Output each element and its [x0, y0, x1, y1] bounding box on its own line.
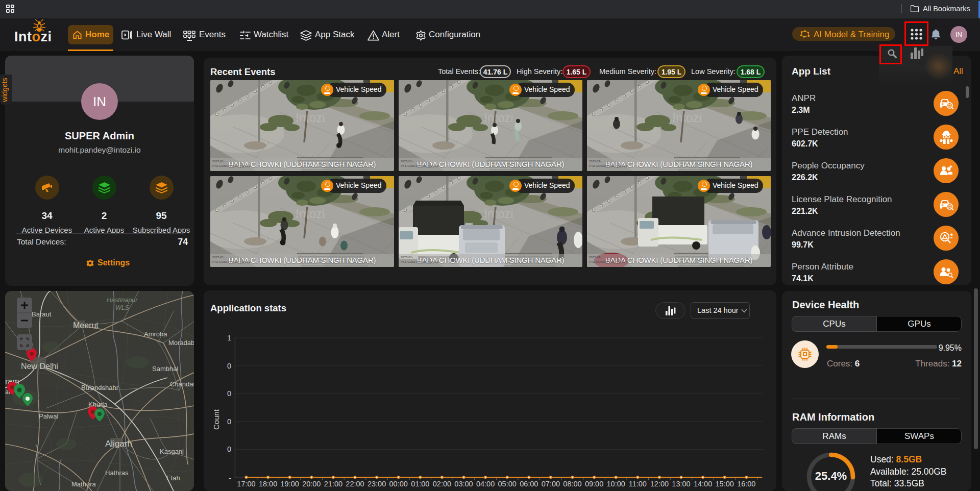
svg-text:Hathras: Hathras [105, 469, 129, 477]
svg-text:Bulandshahr: Bulandshahr [81, 384, 119, 391]
svg-text:03:00: 03:00 [454, 480, 473, 488]
svg-text:0: 0 [227, 389, 231, 398]
svg-text:Amroha: Amroha [144, 330, 167, 338]
svg-text:Meerut: Meerut [73, 321, 99, 330]
svg-text:Hastinapur: Hastinapur [107, 297, 138, 304]
svg-text:20:00: 20:00 [302, 480, 321, 488]
svg-text:Mathura: Mathura [71, 480, 96, 488]
svg-text:Palwal: Palwal [39, 412, 58, 420]
svg-text:25.4%: 25.4% [815, 470, 847, 482]
svg-text:14:00: 14:00 [694, 480, 712, 488]
svg-text:10:00: 10:00 [607, 480, 625, 488]
svg-text:New Delhi: New Delhi [21, 362, 58, 371]
svg-text:22:00: 22:00 [346, 480, 364, 488]
svg-text:Count: Count [212, 409, 220, 430]
svg-text:21:00: 21:00 [324, 480, 342, 488]
svg-text:Baraut: Baraut [32, 310, 52, 318]
svg-text:WLS: WLS [115, 304, 130, 311]
svg-text:19:00: 19:00 [281, 480, 299, 488]
svg-text:08:00: 08:00 [563, 480, 581, 488]
svg-text:0: 0 [227, 362, 231, 370]
svg-text:06:00: 06:00 [520, 480, 538, 488]
svg-text:11:00: 11:00 [629, 480, 647, 488]
svg-text:17:00: 17:00 [237, 480, 255, 488]
svg-text:Etah: Etah [166, 474, 180, 482]
svg-text:00:00: 00:00 [389, 480, 408, 488]
svg-text:07:00: 07:00 [542, 480, 560, 488]
svg-text:12:00: 12:00 [650, 480, 669, 488]
svg-text:13:00: 13:00 [672, 480, 690, 488]
svg-text:0: 0 [227, 418, 231, 426]
svg-text:05:00: 05:00 [498, 480, 517, 488]
svg-text:Sambhal: Sambhal [152, 365, 178, 373]
svg-text:1: 1 [227, 334, 231, 342]
svg-text:02:00: 02:00 [433, 480, 451, 488]
svg-text:09:00: 09:00 [585, 480, 603, 488]
svg-text:Kasganj: Kasganj [160, 448, 184, 455]
svg-text:0: 0 [227, 445, 231, 453]
svg-text:Moradabad: Moradabad [168, 339, 194, 347]
svg-text:01:00: 01:00 [411, 480, 429, 488]
svg-text:16:00: 16:00 [737, 480, 755, 488]
svg-text:15:00: 15:00 [716, 480, 734, 488]
svg-text:Aligarh: Aligarh [105, 439, 132, 449]
svg-text:04:00: 04:00 [476, 480, 495, 488]
svg-text:23:00: 23:00 [368, 480, 386, 488]
svg-text:-: - [229, 474, 231, 482]
svg-text:18:00: 18:00 [259, 480, 277, 488]
svg-text:Chandaus: Chandaus [170, 380, 194, 388]
